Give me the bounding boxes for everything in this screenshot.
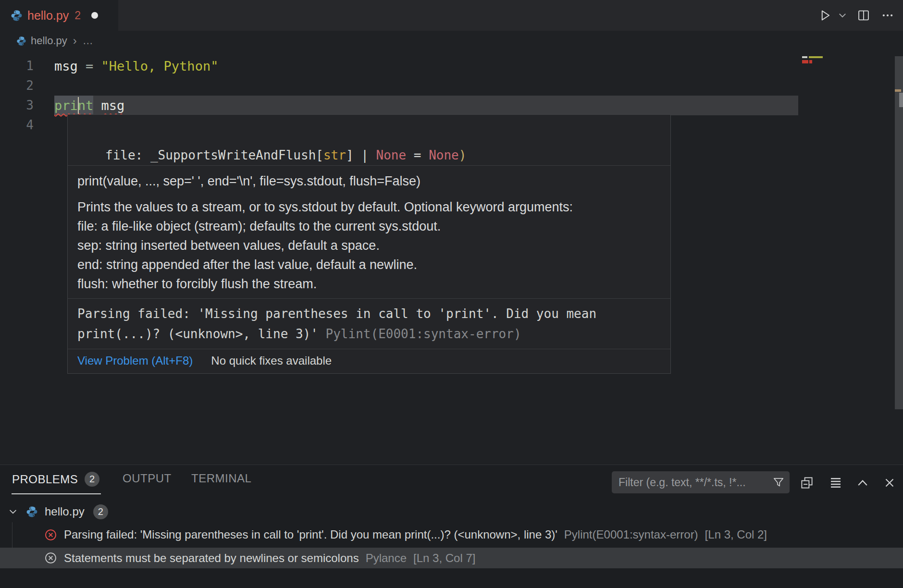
- code-token-var: msg: [54, 59, 78, 74]
- code-token-print[interactable]: print: [54, 96, 93, 115]
- text-cursor: [78, 97, 79, 114]
- tab-filename: hello.py: [27, 9, 69, 23]
- minimap-error-mark: [809, 60, 812, 63]
- error-text: Parsing failed: 'Missing parentheses in …: [77, 306, 596, 321]
- problem-row-2[interactable]: Statements must be separated by newlines…: [0, 548, 903, 568]
- chevron-down-icon[interactable]: [8, 506, 18, 517]
- code-line-3[interactable]: print msg: [54, 96, 124, 115]
- scrollbar-thumb[interactable]: [899, 93, 903, 107]
- bottom-panel: PROBLEMS 2 OUTPUT TERMINAL: [0, 465, 903, 588]
- run-dropdown-button[interactable]: [837, 7, 848, 24]
- editor-scrollbar[interactable]: [895, 56, 903, 409]
- more-actions-button[interactable]: [879, 7, 896, 24]
- tab-problem-count: 2: [74, 9, 81, 22]
- sig-text: =: [406, 148, 429, 162]
- code-token-msg: msg: [101, 98, 125, 113]
- problems-file-group[interactable]: hello.py 2: [0, 501, 903, 522]
- hover-status-bar: View Problem (Alt+F8) No quick fixes ava…: [68, 349, 670, 373]
- problem-row-1[interactable]: Parsing failed: 'Missing parentheses in …: [0, 524, 903, 545]
- terminal-tab-label: TERMINAL: [191, 472, 251, 485]
- doc-line: end: string appended after the last valu…: [77, 255, 661, 274]
- sig-paren: ): [459, 148, 467, 162]
- filter-input[interactable]: [618, 476, 772, 489]
- minimap-line1-string: [809, 56, 823, 58]
- line-number-4: 4: [0, 115, 38, 135]
- print-signature-text: print(value, ..., sep=' ', end='\n', fil…: [77, 172, 661, 191]
- hover-signature-code: file: _SupportsWriteAndFlush[str] | None…: [68, 115, 670, 166]
- tab-output[interactable]: OUTPUT: [123, 472, 172, 485]
- error-icon: [44, 551, 57, 564]
- chevron-up-icon: [855, 476, 870, 490]
- hover-documentation: print(value, ..., sep=' ', end='\n', fil…: [68, 166, 670, 299]
- current-line-highlight: [54, 96, 798, 115]
- sig-none: None: [429, 148, 459, 162]
- no-quick-fixes-label: No quick fixes available: [211, 354, 332, 368]
- list-lines-icon: [829, 476, 843, 490]
- problem-message: Statements must be separated by newlines…: [64, 551, 359, 565]
- active-tab-underline: [12, 493, 101, 494]
- doc-line: file: a file-like object (stream); defau…: [77, 217, 661, 236]
- doc-line: Prints the values to a stream, or to sys…: [77, 197, 661, 217]
- error-source: Pylint(E0001:syntax-error): [326, 327, 521, 341]
- collapse-all-button[interactable]: [799, 475, 815, 491]
- line-number-2: 2: [0, 76, 38, 96]
- modified-dot-icon[interactable]: [91, 12, 98, 19]
- ellipsis-icon: [881, 9, 894, 22]
- split-editor-icon: [857, 9, 870, 22]
- error-icon: [44, 528, 57, 541]
- tab-problems[interactable]: PROBLEMS 2: [12, 472, 99, 487]
- view-as-table-button[interactable]: [828, 475, 844, 491]
- sig-text: file: _SupportsWriteAndFlush[: [75, 148, 323, 162]
- view-problem-link[interactable]: View Problem (Alt+F8): [77, 354, 193, 368]
- sig-text: ] |: [346, 148, 376, 162]
- chevron-down-icon: [838, 11, 847, 20]
- problem-source: Pylint(E0001:syntax-error): [564, 528, 698, 541]
- close-icon: [882, 476, 897, 490]
- python-file-icon: [16, 36, 26, 46]
- problem-location: [Ln 3, Col 2]: [705, 528, 767, 541]
- minimap-line1-code: [802, 56, 807, 58]
- code-token-string: "Hello, Python": [101, 59, 219, 74]
- editor-toolbar: [816, 0, 896, 31]
- tab-terminal[interactable]: TERMINAL: [191, 472, 251, 485]
- hover-tooltip: file: _SupportsWriteAndFlush[str] | None…: [67, 114, 671, 374]
- maximize-panel-button[interactable]: [854, 475, 871, 491]
- sig-type: str: [323, 148, 346, 162]
- vscode-window: hello.py 2 hello.py › … 1 2 3 4 msg = "H…: [0, 0, 903, 588]
- group-filename: hello.py: [45, 505, 85, 518]
- sig-none: None: [376, 148, 407, 162]
- output-tab-label: OUTPUT: [123, 472, 172, 485]
- python-file-icon: [26, 506, 38, 518]
- play-icon: [818, 8, 832, 23]
- code-line-1[interactable]: msg = "Hello, Python": [54, 56, 218, 76]
- group-count-badge: 2: [93, 504, 108, 519]
- error-text: print(...)? (<unknown>, line 3)': [77, 327, 326, 341]
- print-keyword: print: [54, 98, 93, 113]
- filter-funnel-icon[interactable]: [772, 476, 785, 489]
- problems-filter: [612, 471, 790, 493]
- breadcrumb-more[interactable]: …: [83, 35, 94, 47]
- line-number-1: 1: [0, 56, 38, 76]
- problems-count-badge: 2: [85, 472, 99, 487]
- close-panel-button[interactable]: [881, 475, 898, 491]
- hover-error-message: Parsing failed: 'Missing parentheses in …: [68, 299, 670, 349]
- overview-ruler-marker: [895, 89, 901, 92]
- editor-tab-bar: hello.py 2: [0, 0, 903, 31]
- problems-tab-label: PROBLEMS: [12, 473, 78, 486]
- collapse-all-icon: [800, 476, 814, 490]
- breadcrumb-file[interactable]: hello.py: [31, 35, 67, 47]
- problem-location: [Ln 3, Col 7]: [413, 551, 475, 565]
- minimap-error-mark: [802, 60, 808, 63]
- doc-line: flush: whether to forcibly flush the str…: [77, 274, 661, 294]
- tab-hello-py[interactable]: hello.py 2: [0, 0, 118, 31]
- breadcrumb-separator-icon: ›: [73, 34, 77, 48]
- doc-line: sep: string inserted between values, def…: [77, 236, 661, 255]
- breadcrumb: hello.py › …: [0, 31, 769, 51]
- split-editor-button[interactable]: [855, 7, 872, 24]
- problem-message: Parsing failed: 'Missing parentheses in …: [64, 528, 557, 541]
- problem-source: Pylance: [366, 551, 407, 565]
- run-python-button[interactable]: [816, 7, 834, 24]
- line-number-3: 3: [0, 96, 38, 115]
- hover-sig-clipped-line: file: _SupportsWriteAndFlush[str] | None…: [75, 146, 670, 165]
- code-token-operator: =: [78, 59, 101, 74]
